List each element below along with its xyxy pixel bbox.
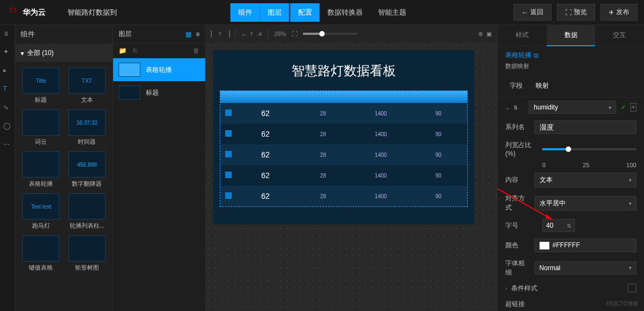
cond-checkbox[interactable] — [628, 284, 636, 292]
series-label: 系列名 — [505, 123, 530, 132]
font-label: 字号 — [505, 221, 538, 230]
back-button[interactable]: ←返回 — [513, 4, 552, 21]
mapping-label: 数据映射 — [505, 62, 636, 70]
color-input[interactable]: #FFFFFF — [535, 239, 636, 252]
watermark: ©51CTO博客 — [606, 300, 639, 308]
back-icon: ← — [522, 9, 528, 16]
layout-icon[interactable]: ▣ — [486, 31, 492, 38]
weight-select[interactable]: Normal▾ — [535, 261, 636, 275]
widget-link[interactable]: 表格轮播⧉ — [505, 51, 636, 60]
shape-icon[interactable]: ✦ — [3, 48, 12, 57]
top-actions: ←返回 ⛶预览 ✈发布 — [513, 4, 637, 21]
layer-thumb — [119, 86, 140, 100]
font-size-input[interactable]: 40⇅ — [542, 219, 575, 232]
top-tabs: 组件 图层 配置 数据转换器 智能主题 — [231, 3, 414, 22]
mapping-select[interactable]: humidity▾ — [529, 101, 616, 114]
tab-converter[interactable]: 数据转换器 — [320, 3, 370, 22]
color-label: 颜色 — [505, 241, 530, 250]
more-icon[interactable]: ⋯ — [3, 141, 12, 149]
comp-timer[interactable]: 16:37:32时间器 — [67, 109, 108, 146]
layer-title[interactable]: 标题 — [113, 81, 205, 104]
media-icon[interactable]: ▸ — [3, 66, 12, 75]
loop-icon[interactable]: ◯ — [3, 122, 12, 131]
zoom-slider[interactable] — [303, 33, 357, 35]
comp-text[interactable]: TXT文本 — [67, 68, 108, 104]
weight-label: 字体粗细 — [505, 259, 530, 277]
check-icon: ✓ — [621, 103, 626, 111]
zoom-value: 28% — [274, 31, 286, 37]
comp-carousel-bar[interactable]: 轮播列表柱... — [67, 193, 108, 230]
properties-panel: 样式 数据 交互 表格轮播⧉ 数据映射 字段 映射 ⌄ s humidity▾ … — [497, 25, 644, 311]
expand-icon[interactable]: ⊕ — [478, 31, 483, 38]
table-row: 6228140090 — [220, 186, 467, 206]
comp-table-carousel[interactable]: 表格轮播 — [21, 151, 61, 188]
align-left-icon[interactable]: ▏ — [211, 31, 215, 38]
chart-icon[interactable]: ⫼ — [3, 29, 12, 38]
comp-title[interactable]: Title标题 — [21, 68, 61, 104]
align-middle-icon[interactable]: ⫯ — [250, 31, 253, 37]
header: 华为云 智能路灯数据到 组件 图层 配置 数据转换器 智能主题 ←返回 ⛶预览 … — [0, 0, 644, 25]
link-icon[interactable]: ∿ — [3, 103, 12, 112]
copy-icon[interactable]: ⎘ — [133, 47, 137, 54]
tab-theme[interactable]: 智能主题 — [370, 3, 414, 22]
tab-config[interactable]: 配置 — [290, 3, 320, 22]
send-icon: ✈ — [609, 9, 614, 16]
comp-number-flip[interactable]: 456.888数字翻牌器 — [67, 151, 108, 188]
comp-treemap[interactable]: 矩形树图 — [67, 235, 108, 272]
table-row: 6228140090 — [220, 165, 467, 186]
play-icon — [225, 192, 232, 199]
table-header — [220, 91, 467, 103]
text-icon[interactable]: T — [3, 85, 12, 94]
external-icon: ⧉ — [534, 52, 538, 59]
cond-label: 条件样式 — [511, 284, 623, 293]
tab-component[interactable]: 组件 — [231, 3, 260, 22]
preview-button[interactable]: ⛶预览 — [557, 4, 595, 21]
play-icon — [225, 151, 232, 157]
huawei-logo-icon — [7, 6, 20, 19]
comp-marquee[interactable]: Text text跑马灯 — [21, 193, 61, 230]
publish-button[interactable]: ✈发布 — [600, 4, 637, 21]
content-label: 内容 — [505, 175, 530, 185]
content-select[interactable]: 文本▾ — [535, 173, 636, 187]
delete-icon[interactable]: 🗑 — [193, 47, 200, 54]
comp-kv-table[interactable]: 键值表格 — [21, 235, 61, 272]
series-input[interactable] — [535, 120, 636, 134]
tab-style[interactable]: 样式 — [498, 25, 547, 46]
dashboard-title: 智慧路灯数据看板 — [220, 62, 468, 80]
chevron-down-icon[interactable]: ⌄ — [505, 105, 510, 111]
components-panel: 组件 ▾全部 (10) Title标题 TXT文本 词云 16:37:32时间器… — [15, 25, 113, 311]
chevron-right-icon[interactable]: › — [505, 285, 507, 291]
add-button[interactable]: + — [630, 103, 636, 112]
inner-tab-mapping[interactable]: 映射 — [535, 78, 550, 94]
inner-tab-field[interactable]: 字段 — [509, 78, 524, 94]
play-icon — [225, 172, 232, 178]
chevron-down-icon: ▾ — [21, 50, 24, 57]
comp-wordcloud[interactable]: 词云 — [21, 109, 61, 146]
logo: 华为云 — [7, 6, 46, 19]
align-top-icon[interactable]: ⫠ — [241, 31, 247, 37]
list-view-icon[interactable]: ≡ — [196, 31, 200, 38]
width-slider[interactable] — [542, 148, 636, 150]
align-center-icon[interactable]: ⫯ — [219, 31, 222, 37]
brand-text: 华为云 — [23, 8, 46, 17]
table-widget[interactable]: 6228140090 6228140090 6228140090 6228140… — [220, 90, 468, 207]
layers-title: 图层 — [119, 29, 132, 39]
grid-view-icon[interactable]: ▦ — [185, 31, 191, 38]
align-right-icon[interactable]: ▕ — [225, 31, 230, 38]
play-icon — [225, 130, 232, 137]
all-toggle[interactable]: ▾全部 (10) — [15, 44, 113, 62]
align-bottom-icon[interactable]: ⫡ — [257, 31, 263, 37]
dashboard[interactable]: 智慧路灯数据看板 6228140090 6228140090 622814009… — [213, 50, 474, 224]
table-row: 6228140090 — [220, 124, 467, 144]
tab-layer[interactable]: 图层 — [260, 3, 289, 22]
canvas[interactable]: 智慧路灯数据看板 6228140090 6228140090 622814009… — [206, 42, 497, 311]
tab-data[interactable]: 数据 — [547, 25, 596, 46]
project-title[interactable]: 智能路灯数据到 — [67, 8, 117, 17]
fit-icon[interactable]: ⛶ — [292, 31, 298, 37]
canvas-area: ▏ ⫯ ▕ ⫠ ⫯ ⫡ 28% ⛶ ⊕ ▣ — [206, 25, 497, 311]
align-select[interactable]: 水平居中▾ — [535, 196, 636, 211]
tab-interact[interactable]: 交互 — [595, 25, 644, 46]
folder-icon[interactable]: 📁 — [119, 47, 127, 54]
layer-table-carousel[interactable]: 表格轮播 — [113, 58, 205, 81]
width-label: 列宽占比 (%) — [505, 141, 538, 157]
